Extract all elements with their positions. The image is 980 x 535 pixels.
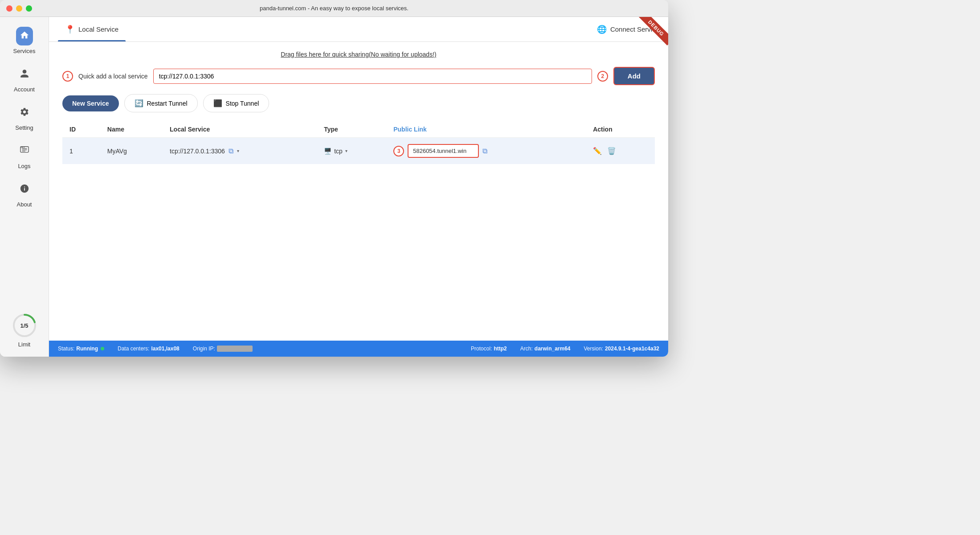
copy-local-service-icon[interactable]: ⧉ bbox=[229, 147, 233, 155]
services-table: ID Name Local Service Type Public Link A… bbox=[62, 121, 655, 164]
local-service-icon: 📍 bbox=[65, 25, 75, 34]
limit-circle: 1/5 bbox=[12, 313, 37, 338]
step-2-circle: 2 bbox=[597, 71, 608, 82]
col-id: ID bbox=[62, 121, 100, 138]
status-bar-right: Protocol: http2 Arch: darwin_arm64 Versi… bbox=[471, 346, 659, 352]
row-public-link: 3 5826054.tunnel1.win ⧉ bbox=[386, 138, 586, 165]
protocol-value: http2 bbox=[494, 346, 506, 352]
origin-ip-key: Origin IP: bbox=[193, 346, 215, 352]
version-value: 2024.9.1-4-gea1c4a32 bbox=[605, 346, 659, 352]
tab-local-service[interactable]: 📍 Local Service bbox=[58, 17, 126, 41]
limit-value: 1/5 bbox=[20, 322, 28, 329]
services-icon bbox=[16, 27, 33, 45]
copy-public-link-icon[interactable]: ⧉ bbox=[482, 147, 487, 155]
protocol-key: Protocol: bbox=[471, 346, 492, 352]
quick-add-input[interactable] bbox=[153, 69, 592, 84]
col-name: Name bbox=[100, 121, 163, 138]
local-service-value: tcp://127.0.0.1:3306 bbox=[170, 148, 225, 155]
type-value: tcp bbox=[334, 148, 343, 155]
sidebar-setting-label: Setting bbox=[15, 124, 33, 131]
delete-icon[interactable]: 🗑️ bbox=[607, 147, 616, 155]
datacenters-key: Data centers: bbox=[118, 346, 149, 352]
account-icon bbox=[16, 65, 33, 84]
tab-local-service-label: Local Service bbox=[78, 25, 118, 33]
toolbar: New Service 🔄 Restart Tunnel ⬛ Stop Tunn… bbox=[62, 94, 655, 112]
type-icon: 🖥️ bbox=[324, 148, 331, 155]
quick-add-label: Quick add a local service bbox=[78, 73, 148, 80]
sidebar-account-label: Account bbox=[14, 86, 35, 93]
col-action: Action bbox=[586, 121, 655, 138]
status-origin-ip: Origin IP: bbox=[193, 346, 253, 352]
status-arch: Arch: darwin_arm64 bbox=[520, 346, 571, 352]
row-actions: ✏️ 🗑️ bbox=[586, 138, 655, 165]
debug-text: DEBUG bbox=[639, 17, 668, 45]
limit-section: 1/5 Limit bbox=[12, 313, 37, 348]
sidebar-about-label: About bbox=[17, 201, 32, 208]
titlebar: panda-tunnel.com - An easy way to expose… bbox=[0, 0, 668, 17]
sidebar-item-logs[interactable]: DEV Logs bbox=[0, 136, 49, 175]
arch-value: darwin_arm64 bbox=[535, 346, 571, 352]
logs-icon: DEV bbox=[16, 142, 33, 160]
restart-icon: 🔄 bbox=[135, 99, 143, 107]
setting-icon bbox=[16, 103, 33, 122]
arch-key: Arch: bbox=[520, 346, 533, 352]
quick-add-section: 1 Quick add a local service 2 Add bbox=[62, 67, 655, 85]
restart-label: Restart Tunnel bbox=[147, 100, 188, 107]
sidebar-item-account[interactable]: Account bbox=[0, 60, 49, 98]
stop-label: Stop Tunnel bbox=[226, 100, 259, 107]
about-icon bbox=[16, 180, 33, 199]
tab-bar: 📍 Local Service 🌐 Connect Service bbox=[49, 17, 668, 42]
sidebar-item-services[interactable]: Services bbox=[0, 21, 49, 60]
drag-banner: Drag files here for quick sharing(No wai… bbox=[62, 51, 655, 58]
minimize-button[interactable] bbox=[16, 5, 22, 12]
window-controls bbox=[6, 5, 32, 12]
window-title: panda-tunnel.com - An easy way to expose… bbox=[260, 5, 408, 12]
type-dropdown[interactable]: ▾ bbox=[345, 148, 347, 153]
drag-banner-text: Drag files here for quick sharing(No wai… bbox=[281, 51, 436, 58]
restart-tunnel-button[interactable]: 🔄 Restart Tunnel bbox=[124, 94, 198, 112]
status-bar: Status: Running Data centers: lax01,lax0… bbox=[49, 341, 668, 357]
row-local-service: tcp://127.0.0.1:3306 ⧉ ▾ bbox=[163, 138, 317, 165]
app-body: Services Account Setting bbox=[0, 17, 668, 357]
status-version: Version: 2024.9.1-4-gea1c4a32 bbox=[584, 346, 659, 352]
sidebar: Services Account Setting bbox=[0, 17, 49, 357]
step-3-circle: 3 bbox=[393, 146, 404, 156]
row-name: MyAVg bbox=[100, 138, 163, 165]
sidebar-item-about[interactable]: About bbox=[0, 175, 49, 213]
status-running: Status: Running bbox=[58, 346, 104, 352]
row-type: 🖥️ tcp ▾ bbox=[317, 138, 386, 165]
public-link-value: 5826054.tunnel1.win bbox=[408, 144, 479, 158]
main-content: DEBUG 📍 Local Service 🌐 Connect Service … bbox=[49, 17, 668, 357]
add-button[interactable]: Add bbox=[613, 67, 655, 85]
new-service-button[interactable]: New Service bbox=[62, 95, 119, 111]
local-service-dropdown[interactable]: ▾ bbox=[237, 148, 239, 153]
limit-label: Limit bbox=[18, 341, 30, 348]
maximize-button[interactable] bbox=[26, 5, 32, 12]
datacenters-value: lax01,lax08 bbox=[151, 346, 179, 352]
connect-service-icon: 🌐 bbox=[597, 25, 607, 34]
svg-text:DEV: DEV bbox=[20, 146, 25, 148]
stop-tunnel-button[interactable]: ⬛ Stop Tunnel bbox=[203, 94, 270, 112]
edit-icon[interactable]: ✏️ bbox=[593, 147, 602, 155]
table-row: 1 MyAVg tcp://127.0.0.1:3306 ⧉ ▾ 🖥️ bbox=[62, 138, 655, 165]
sidebar-logs-label: Logs bbox=[18, 163, 30, 169]
debug-ribbon: DEBUG bbox=[637, 17, 668, 48]
status-protocol: Protocol: http2 bbox=[471, 346, 507, 352]
row-id: 1 bbox=[62, 138, 100, 165]
status-value: Running bbox=[76, 346, 98, 352]
status-datacenters: Data centers: lax01,lax08 bbox=[118, 346, 180, 352]
sidebar-item-setting[interactable]: Setting bbox=[0, 98, 49, 136]
status-key: Status: bbox=[58, 346, 74, 352]
sidebar-services-label: Services bbox=[13, 48, 36, 54]
close-button[interactable] bbox=[6, 5, 12, 12]
version-key: Version: bbox=[584, 346, 603, 352]
content-area: Drag files here for quick sharing(No wai… bbox=[49, 42, 668, 341]
col-public-link: Public Link bbox=[386, 121, 586, 138]
stop-icon: ⬛ bbox=[213, 99, 222, 107]
status-dot bbox=[101, 347, 104, 350]
col-type: Type bbox=[317, 121, 386, 138]
step-1-circle: 1 bbox=[62, 71, 73, 82]
origin-ip-value bbox=[217, 346, 253, 352]
col-local-service: Local Service bbox=[163, 121, 317, 138]
